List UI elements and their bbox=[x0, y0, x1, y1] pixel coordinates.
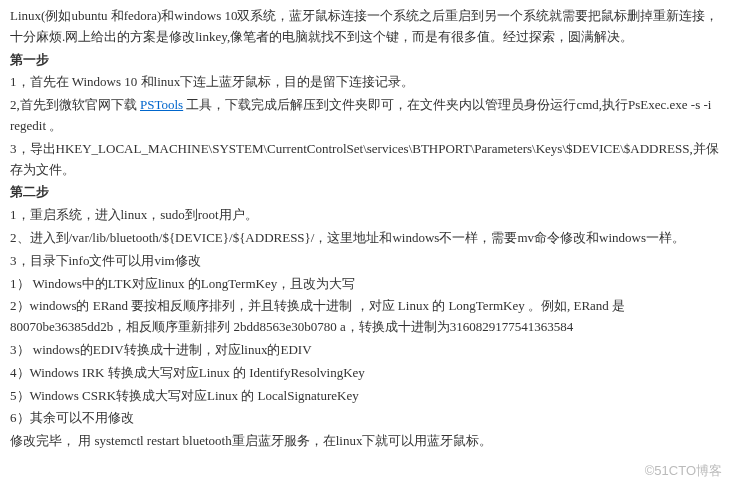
step2-sub3: 3） windows的EDIV转换成十进制，对应linux的EDIV bbox=[10, 340, 730, 361]
step1-item1: 1，首先在 Windows 10 和linux下连上蓝牙鼠标，目的是留下连接记录… bbox=[10, 72, 730, 93]
step2-sub2: 2）windows的 ERand 要按相反顺序排列，并且转换成十进制 ，对应 L… bbox=[10, 296, 730, 338]
step2-sub4: 4）Windows IRK 转换成大写对应Linux 的 IdentifyRes… bbox=[10, 363, 730, 384]
step1-item2: 2,首先到微软官网下载 PSTools 工具，下载完成后解压到文件夹即可，在文件… bbox=[10, 95, 730, 137]
step2-sub5: 5）Windows CSRK转换成大写对应Linux 的 LocalSignat… bbox=[10, 386, 730, 407]
step2-final: 修改完毕， 用 systemctl restart bluetooth重启蓝牙服… bbox=[10, 431, 730, 452]
step2-item2: 2、进入到/var/lib/bluetooth/${DEVICE}/${ADDR… bbox=[10, 228, 730, 249]
step2-sub1: 1） Windows中的LTK对应linux 的LongTermKey，且改为大… bbox=[10, 274, 730, 295]
step1-heading: 第一步 bbox=[10, 50, 730, 71]
pstools-link[interactable]: PSTools bbox=[140, 97, 183, 112]
intro-paragraph: Linux(例如ubuntu 和fedora)和windows 10双系统，蓝牙… bbox=[10, 6, 730, 48]
step2-item1: 1，重启系统，进入linux，sudo到root用户。 bbox=[10, 205, 730, 226]
watermark-text: ©51CTO博客 bbox=[645, 461, 722, 482]
step2-sub6: 6）其余可以不用修改 bbox=[10, 408, 730, 429]
step1-item2-pre: 2,首先到微软官网下载 bbox=[10, 97, 140, 112]
step2-heading: 第二步 bbox=[10, 182, 730, 203]
step2-item3: 3，目录下info文件可以用vim修改 bbox=[10, 251, 730, 272]
step1-item3: 3，导出HKEY_LOCAL_MACHINE\SYSTEM\CurrentCon… bbox=[10, 139, 730, 181]
